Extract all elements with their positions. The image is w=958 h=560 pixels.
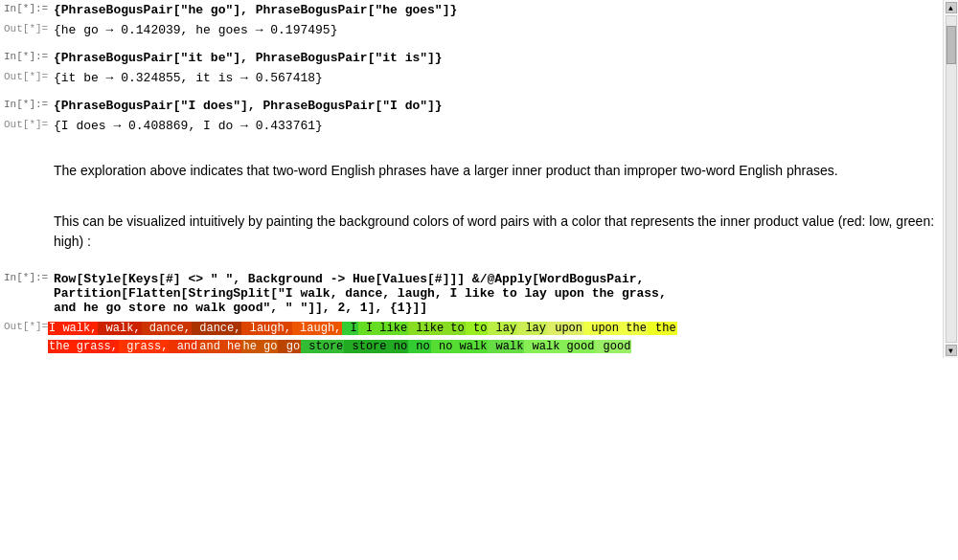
cell-3-out-code: {I does → 0.408869, I do → 0.433761} bbox=[54, 119, 323, 133]
word-span: to bbox=[466, 322, 489, 335]
notebook-container: In[*]:= {PhraseBogusPair["he go"], Phras… bbox=[0, 0, 958, 358]
word-span: the bbox=[648, 322, 677, 335]
word-span: and he bbox=[198, 340, 241, 353]
word-span: store no bbox=[344, 340, 408, 353]
word-span: lay bbox=[488, 322, 517, 335]
cell-4-in-line1: Row[Style[Keys[#] <> " ", Background -> … bbox=[54, 272, 937, 286]
scrollbar-thumb[interactable] bbox=[947, 26, 956, 64]
text-block-2-row: This can be visualized intuitively by pa… bbox=[0, 202, 943, 261]
word-span: no walk bbox=[431, 340, 489, 353]
word-span: lay bbox=[517, 322, 547, 335]
cell-4-out-body: I walk, walk, dance, dance, laugh, laugh… bbox=[48, 318, 943, 358]
word-span: good bbox=[595, 340, 631, 353]
word-span: walk good bbox=[524, 340, 595, 353]
word-span: and bbox=[169, 340, 198, 353]
cell-3: In[*]:= {PhraseBogusPair["I does"], Phra… bbox=[0, 96, 943, 116]
word-span: upon bbox=[547, 322, 583, 335]
cell-2: In[*]:= {PhraseBogusPair["it be"], Phras… bbox=[0, 48, 943, 68]
cell-2-out-body: {it be → 0.324855, it is → 0.567418} bbox=[48, 68, 943, 88]
word-span: store bbox=[301, 340, 344, 353]
cell-2-in-label: In[*]:= bbox=[0, 48, 48, 68]
cell-1-out: Out[*]= {he go → 0.142039, he goes → 0.1… bbox=[0, 20, 943, 40]
word-span: upon the bbox=[583, 322, 648, 335]
cell-1-out-code: {he go → 0.142039, he goes → 0.197495} bbox=[54, 23, 337, 37]
cell-3-in-label: In[*]:= bbox=[0, 96, 48, 116]
word-span: no bbox=[408, 340, 431, 353]
word-span: walk bbox=[488, 340, 524, 353]
word-span: I like bbox=[358, 322, 408, 335]
scrollbar-track[interactable] bbox=[946, 15, 957, 343]
scrollbar[interactable]: ▲ ▼ bbox=[943, 0, 958, 358]
colored-output-row1: I walk, walk, dance, dance, laugh, laugh… bbox=[48, 320, 943, 338]
notebook-main: In[*]:= {PhraseBogusPair["he go"], Phras… bbox=[0, 0, 943, 358]
cell-4-out: Out[*]= I walk, walk, dance, dance, laug… bbox=[0, 318, 943, 358]
cell-3-out: Out[*]= {I does → 0.408869, I do → 0.433… bbox=[0, 116, 943, 136]
word-span: dance, bbox=[192, 322, 241, 335]
cell-2-out-code: {it be → 0.324855, it is → 0.567418} bbox=[54, 71, 323, 85]
cell-4-in-label: In[*]:= bbox=[0, 269, 48, 318]
word-span: I bbox=[342, 322, 357, 335]
cell-1-out-label: Out[*]= bbox=[0, 20, 48, 40]
cell-1-out-body: {he go → 0.142039, he goes → 0.197495} bbox=[48, 20, 943, 40]
word-span: walk, bbox=[98, 322, 141, 335]
cell-1: In[*]:= {PhraseBogusPair["he go"], Phras… bbox=[0, 0, 943, 20]
colored-output-row2: the grass, grass, andand hehe go go stor… bbox=[48, 338, 943, 356]
cell-2-out-label: Out[*]= bbox=[0, 68, 48, 88]
cell-1-in-body[interactable]: {PhraseBogusPair["he go"], PhraseBogusPa… bbox=[48, 0, 943, 20]
cell-2-out: Out[*]= {it be → 0.324855, it is → 0.567… bbox=[0, 68, 943, 88]
word-span: like to bbox=[408, 322, 466, 335]
text-block-2: This can be visualized intuitively by pa… bbox=[48, 202, 943, 261]
word-span: I walk, bbox=[48, 322, 98, 335]
text-block-1-row: The exploration above indicates that two… bbox=[0, 151, 943, 190]
word-span: go bbox=[278, 340, 301, 353]
cell-4-in-body[interactable]: Row[Style[Keys[#] <> " ", Background -> … bbox=[48, 269, 943, 318]
cell-1-in-label: In[*]:= bbox=[0, 0, 48, 20]
text-block-1: The exploration above indicates that two… bbox=[48, 151, 844, 190]
cell-4-in-line2: Partition[Flatten[StringSplit["I walk, d… bbox=[54, 286, 937, 301]
cell-4-in-line3: and he go store no walk good", " "]], 2,… bbox=[54, 301, 937, 315]
word-span: he go bbox=[241, 340, 278, 353]
word-span: dance, bbox=[142, 322, 192, 335]
scroll-down-btn[interactable]: ▼ bbox=[946, 345, 957, 356]
cell-3-out-label: Out[*]= bbox=[0, 116, 48, 136]
cell-2-in-code: {PhraseBogusPair["it be"], PhraseBogusPa… bbox=[54, 51, 443, 65]
cell-4-in: In[*]:= Row[Style[Keys[#] <> " ", Backgr… bbox=[0, 269, 943, 318]
cell-1-in-code: {PhraseBogusPair["he go"], PhraseBogusPa… bbox=[54, 3, 457, 17]
scroll-up-btn[interactable]: ▲ bbox=[946, 2, 957, 13]
cell-4-out-label: Out[*]= bbox=[0, 318, 48, 358]
word-span: the grass, bbox=[48, 340, 119, 353]
cell-3-out-body: {I does → 0.408869, I do → 0.433761} bbox=[48, 116, 943, 136]
cell-2-in-body[interactable]: {PhraseBogusPair["it be"], PhraseBogusPa… bbox=[48, 48, 943, 68]
word-span: laugh, bbox=[241, 322, 291, 335]
word-span: laugh, bbox=[292, 322, 342, 335]
word-span: grass, bbox=[119, 340, 169, 353]
cell-3-in-code: {PhraseBogusPair["I does"], PhraseBogusP… bbox=[54, 99, 443, 113]
cell-3-in-body[interactable]: {PhraseBogusPair["I does"], PhraseBogusP… bbox=[48, 96, 943, 116]
